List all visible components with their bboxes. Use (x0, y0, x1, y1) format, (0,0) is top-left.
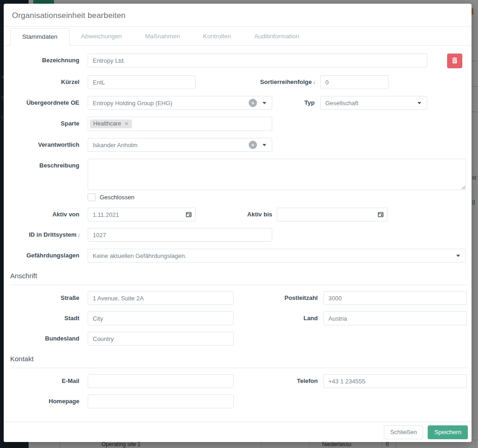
caret-down-icon[interactable] (456, 255, 460, 257)
email-label: E-Mail (8, 374, 79, 384)
aktiv-von-field (88, 208, 196, 221)
aktiv-bis-field (277, 208, 388, 221)
bundesland-input[interactable] (88, 332, 234, 346)
sparte-tag-field[interactable]: Healthcare ✕ (88, 117, 272, 131)
gefaehrdungslagen-select[interactable]: Keine aktuellen Gefährdungslagen. (88, 249, 466, 263)
homepage-input[interactable] (88, 394, 234, 408)
aktiv-bis-input[interactable] (277, 208, 388, 221)
caret-down-icon[interactable] (263, 102, 266, 104)
homepage-label: Homepage (8, 394, 79, 405)
dialog-body: Bezeichnung Kürzel Sortierreihenfolgei Ü… (4, 46, 472, 408)
trash-icon (451, 57, 458, 66)
info-icon: i (78, 233, 79, 238)
verantwortlich-label: Verantwortlich (8, 138, 79, 148)
postleitzahl-input[interactable] (323, 291, 467, 305)
id-in-drittsystem-label: ID in Drittsystemi (8, 228, 79, 238)
calendar-icon[interactable] (185, 211, 192, 220)
delete-button[interactable] (447, 54, 462, 68)
tab-abweichungen[interactable]: Abweichungen (70, 28, 134, 46)
typ-label: Typ (272, 96, 320, 106)
dialog-footer: Schließen Speichern (4, 422, 472, 442)
sparte-tag: Healthcare ✕ (90, 119, 132, 128)
beschreibung-textarea[interactable] (88, 159, 466, 190)
bezeichnung-label: Bezeichnung (8, 54, 79, 64)
beschreibung-label: Beschreibung (8, 159, 79, 169)
geschlossen-checkbox[interactable] (88, 193, 96, 201)
telefon-label: Telefon (233, 374, 323, 384)
caret-down-icon[interactable] (263, 144, 266, 146)
clear-icon[interactable]: ✕ (249, 99, 257, 107)
land-input[interactable] (323, 311, 467, 325)
email-input[interactable] (88, 374, 233, 388)
uebergeordnete-oe-value: Entropy Holding Group (EHG) (93, 100, 249, 107)
aktiv-von-label: Aktiv von (8, 208, 79, 218)
land-label: Land (233, 311, 323, 322)
strasse-label: Straße (8, 291, 79, 301)
edit-org-unit-dialog: Organisationseinheit bearbeiten Stammdat… (4, 4, 472, 442)
close-button[interactable]: Schließen (384, 425, 424, 439)
stadt-label: Stadt (8, 311, 79, 322)
bezeichnung-input[interactable] (88, 54, 427, 67)
uebergeordnete-oe-label: Übergeordnete OE (8, 96, 79, 106)
info-icon: i (313, 80, 315, 85)
sortierreihenfolge-label: Sortierreihenfolgei (196, 75, 320, 85)
bundesland-label: Bundesland (8, 332, 79, 342)
dialog-header: Organisationseinheit bearbeiten (4, 4, 472, 27)
save-button[interactable]: Speichern (428, 425, 468, 439)
stadt-input[interactable] (88, 311, 233, 325)
tab-massnahmen[interactable]: Maßnahmen (133, 28, 191, 46)
tab-auditinformation[interactable]: Auditinformation (243, 28, 311, 46)
strasse-input[interactable] (88, 291, 233, 305)
sortierreihenfolge-input[interactable] (320, 75, 388, 89)
tab-bar: Stammdaten Abweichungen Maßnahmen Kontro… (4, 28, 472, 46)
telefon-input[interactable] (323, 374, 467, 388)
verantwortlich-select[interactable]: Iskander Anholm ✕ (88, 138, 272, 152)
verantwortlich-value: Iskander Anholm (93, 142, 249, 149)
sparte-label: Sparte (8, 117, 79, 127)
kuerzel-input[interactable] (88, 75, 196, 89)
id-in-drittsystem-input[interactable] (88, 228, 272, 242)
tab-stammdaten[interactable]: Stammdaten (10, 28, 70, 46)
uebergeordnete-oe-select[interactable]: Entropy Holding Group (EHG) ✕ (88, 96, 272, 110)
aktiv-bis-label: Aktiv bis (196, 208, 277, 218)
tag-remove-icon[interactable]: ✕ (124, 121, 128, 127)
kontakt-section-heading: Kontakt (10, 355, 467, 368)
geschlossen-label: Geschlossen (100, 194, 134, 201)
caret-down-icon[interactable] (418, 102, 421, 104)
tab-kontrollen[interactable]: Kontrollen (191, 28, 243, 46)
kuerzel-label: Kürzel (8, 75, 79, 85)
calendar-icon[interactable] (377, 211, 384, 220)
gefaehrdungslagen-value: Keine aktuellen Gefährdungslagen. (93, 252, 456, 259)
typ-select[interactable]: Gesellschaft (320, 96, 427, 110)
dialog-title: Organisationseinheit bearbeiten (12, 11, 125, 20)
gefaehrdungslagen-label: Gefährdungslagen (8, 249, 79, 259)
clear-icon[interactable]: ✕ (249, 141, 257, 149)
anschrift-section-heading: Anschrift (10, 272, 467, 285)
postleitzahl-label: Postleitzahl (233, 291, 323, 301)
typ-value: Gesellschaft (325, 100, 418, 107)
aktiv-von-input[interactable] (88, 208, 196, 221)
